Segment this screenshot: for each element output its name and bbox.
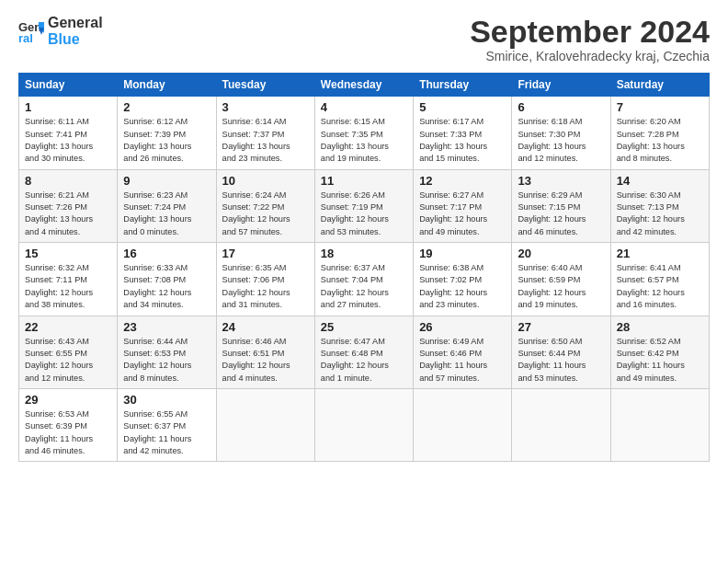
day-info: Sunrise: 6:24 AM Sunset: 7:22 PM Dayligh… (222, 190, 309, 238)
day-number: 21 (617, 247, 703, 260)
calendar-cell: 5Sunrise: 6:17 AM Sunset: 7:33 PM Daylig… (414, 97, 512, 169)
day-number: 6 (518, 100, 604, 114)
day-header-sunday: Sunday (19, 74, 118, 97)
day-number: 24 (222, 320, 309, 334)
day-number: 4 (321, 100, 407, 114)
logo: Gene ral General Blue (18, 15, 103, 49)
calendar-cell: 19Sunrise: 6:38 AM Sunset: 7:02 PM Dayli… (414, 243, 512, 316)
calendar-cell: 7Sunrise: 6:20 AM Sunset: 7:28 PM Daylig… (610, 97, 709, 169)
calendar-cell: 3Sunrise: 6:14 AM Sunset: 7:37 PM Daylig… (216, 97, 314, 169)
day-number: 13 (518, 174, 604, 188)
calendar-cell: 23Sunrise: 6:44 AM Sunset: 6:53 PM Dayli… (118, 316, 216, 388)
day-number: 26 (419, 320, 506, 334)
calendar-cell: 6Sunrise: 6:18 AM Sunset: 7:30 PM Daylig… (512, 97, 610, 169)
day-info: Sunrise: 6:35 AM Sunset: 7:06 PM Dayligh… (222, 262, 309, 311)
day-number: 12 (419, 174, 506, 188)
day-info: Sunrise: 6:46 AM Sunset: 6:51 PM Dayligh… (222, 336, 309, 385)
day-number: 10 (222, 174, 309, 188)
day-number: 19 (419, 247, 506, 260)
calendar-cell: 18Sunrise: 6:37 AM Sunset: 7:04 PM Dayli… (314, 243, 413, 316)
day-info: Sunrise: 6:55 AM Sunset: 6:37 PM Dayligh… (123, 408, 210, 457)
calendar-cell: 24Sunrise: 6:46 AM Sunset: 6:51 PM Dayli… (216, 316, 314, 388)
calendar-cell: 27Sunrise: 6:50 AM Sunset: 6:44 PM Dayli… (512, 316, 610, 388)
day-info: Sunrise: 6:33 AM Sunset: 7:08 PM Dayligh… (123, 262, 210, 311)
day-header-saturday: Saturday (610, 74, 709, 97)
day-info: Sunrise: 6:38 AM Sunset: 7:02 PM Dayligh… (419, 262, 506, 311)
day-number: 29 (25, 393, 111, 407)
day-info: Sunrise: 6:15 AM Sunset: 7:35 PM Dayligh… (321, 116, 407, 165)
day-info: Sunrise: 6:12 AM Sunset: 7:39 PM Dayligh… (123, 116, 210, 165)
day-number: 11 (321, 174, 407, 188)
calendar-cell: 14Sunrise: 6:30 AM Sunset: 7:13 PM Dayli… (610, 169, 709, 242)
logo-text-line1: General (48, 15, 103, 31)
day-info: Sunrise: 6:50 AM Sunset: 6:44 PM Dayligh… (518, 336, 604, 385)
day-info: Sunrise: 6:37 AM Sunset: 7:04 PM Dayligh… (321, 262, 407, 311)
day-header-wednesday: Wednesday (314, 74, 413, 97)
svg-text:ral: ral (18, 31, 33, 44)
calendar-cell: 16Sunrise: 6:33 AM Sunset: 7:08 PM Dayli… (118, 243, 216, 316)
day-header-friday: Friday (512, 74, 610, 97)
day-number: 2 (123, 100, 210, 114)
day-number: 20 (518, 247, 604, 260)
day-number: 1 (25, 100, 111, 114)
calendar-cell (512, 388, 610, 461)
day-number: 25 (321, 320, 407, 334)
logo-icon: Gene ral (18, 18, 44, 44)
calendar-cell: 26Sunrise: 6:49 AM Sunset: 6:46 PM Dayli… (414, 316, 512, 388)
day-info: Sunrise: 6:27 AM Sunset: 7:17 PM Dayligh… (419, 190, 506, 238)
calendar-cell: 28Sunrise: 6:52 AM Sunset: 6:42 PM Dayli… (610, 316, 709, 388)
calendar-cell: 8Sunrise: 6:21 AM Sunset: 7:26 PM Daylig… (19, 169, 118, 242)
day-info: Sunrise: 6:43 AM Sunset: 6:55 PM Dayligh… (25, 336, 111, 385)
calendar-cell: 29Sunrise: 6:53 AM Sunset: 6:39 PM Dayli… (19, 388, 118, 461)
day-number: 28 (617, 320, 703, 334)
day-info: Sunrise: 6:49 AM Sunset: 6:46 PM Dayligh… (419, 336, 506, 385)
calendar-cell: 22Sunrise: 6:43 AM Sunset: 6:55 PM Dayli… (19, 316, 118, 388)
day-info: Sunrise: 6:30 AM Sunset: 7:13 PM Dayligh… (617, 190, 703, 238)
calendar-cell: 9Sunrise: 6:23 AM Sunset: 7:24 PM Daylig… (118, 169, 216, 242)
day-header-monday: Monday (118, 74, 216, 97)
calendar-cell (216, 388, 314, 461)
day-info: Sunrise: 6:53 AM Sunset: 6:39 PM Dayligh… (25, 408, 111, 457)
calendar-cell: 20Sunrise: 6:40 AM Sunset: 6:59 PM Dayli… (512, 243, 610, 316)
day-info: Sunrise: 6:17 AM Sunset: 7:33 PM Dayligh… (419, 116, 506, 165)
day-number: 15 (25, 247, 111, 260)
day-number: 23 (123, 320, 210, 334)
day-number: 17 (222, 247, 309, 260)
logo-text-line2: Blue (48, 31, 103, 48)
calendar-cell (314, 388, 413, 461)
day-info: Sunrise: 6:41 AM Sunset: 6:57 PM Dayligh… (617, 262, 703, 311)
calendar-cell (414, 388, 512, 461)
title-block: September 2024 Smirice, Kralovehradecky … (470, 15, 710, 63)
day-number: 3 (222, 100, 309, 114)
day-info: Sunrise: 6:47 AM Sunset: 6:48 PM Dayligh… (321, 336, 407, 385)
month-title: September 2024 (470, 15, 710, 49)
calendar-cell (610, 388, 709, 461)
day-info: Sunrise: 6:20 AM Sunset: 7:28 PM Dayligh… (617, 116, 703, 165)
calendar-cell: 30Sunrise: 6:55 AM Sunset: 6:37 PM Dayli… (118, 388, 216, 461)
day-info: Sunrise: 6:14 AM Sunset: 7:37 PM Dayligh… (222, 116, 309, 165)
calendar-cell: 17Sunrise: 6:35 AM Sunset: 7:06 PM Dayli… (216, 243, 314, 316)
calendar-cell: 4Sunrise: 6:15 AM Sunset: 7:35 PM Daylig… (314, 97, 413, 169)
calendar-cell: 21Sunrise: 6:41 AM Sunset: 6:57 PM Dayli… (610, 243, 709, 316)
location: Smirice, Kralovehradecky kraj, Czechia (470, 49, 710, 63)
calendar-table: SundayMondayTuesdayWednesdayThursdayFrid… (18, 73, 710, 462)
day-number: 30 (123, 393, 210, 407)
calendar-cell: 25Sunrise: 6:47 AM Sunset: 6:48 PM Dayli… (314, 316, 413, 388)
day-info: Sunrise: 6:21 AM Sunset: 7:26 PM Dayligh… (25, 190, 111, 238)
day-header-tuesday: Tuesday (216, 74, 314, 97)
day-number: 9 (123, 174, 210, 188)
day-number: 5 (419, 100, 506, 114)
calendar-cell: 2Sunrise: 6:12 AM Sunset: 7:39 PM Daylig… (118, 97, 216, 169)
calendar-cell: 10Sunrise: 6:24 AM Sunset: 7:22 PM Dayli… (216, 169, 314, 242)
day-number: 8 (25, 174, 111, 188)
day-info: Sunrise: 6:23 AM Sunset: 7:24 PM Dayligh… (123, 190, 210, 238)
calendar-cell: 15Sunrise: 6:32 AM Sunset: 7:11 PM Dayli… (19, 243, 118, 316)
calendar-cell: 13Sunrise: 6:29 AM Sunset: 7:15 PM Dayli… (512, 169, 610, 242)
day-info: Sunrise: 6:26 AM Sunset: 7:19 PM Dayligh… (321, 190, 407, 238)
day-number: 22 (25, 320, 111, 334)
day-info: Sunrise: 6:52 AM Sunset: 6:42 PM Dayligh… (617, 336, 703, 385)
day-info: Sunrise: 6:40 AM Sunset: 6:59 PM Dayligh… (518, 262, 604, 311)
day-number: 14 (617, 174, 703, 188)
day-info: Sunrise: 6:44 AM Sunset: 6:53 PM Dayligh… (123, 336, 210, 385)
day-number: 7 (617, 100, 703, 114)
